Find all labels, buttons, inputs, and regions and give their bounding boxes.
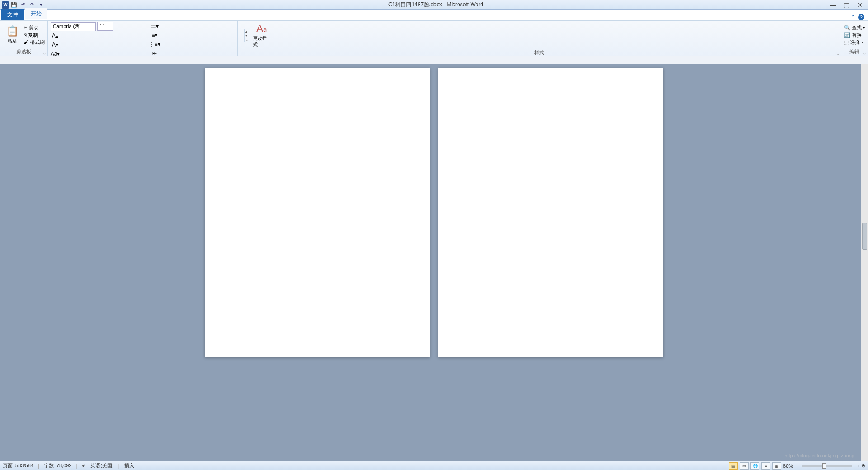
- select-icon: ⬚: [844, 39, 849, 45]
- group-label-clipboard: 剪贴板: [3, 48, 45, 56]
- paste-label: 粘贴: [8, 38, 17, 44]
- word-icon[interactable]: W: [2, 1, 9, 9]
- window-title: C1科目四1487题.docx - Microsoft Word: [45, 1, 826, 9]
- gallery-scroll[interactable]: ▴▾⌄: [244, 29, 250, 42]
- group-editing: 🔍查找▾ 🔄替换 ⬚选择▾ 编辑: [841, 21, 868, 56]
- replace-icon: 🔄: [844, 32, 850, 38]
- shrink-font-button[interactable]: A▾: [51, 40, 60, 49]
- find-button[interactable]: 🔍查找▾: [844, 24, 865, 31]
- redo-button[interactable]: ↷: [28, 1, 36, 9]
- tab-开始[interactable]: 开始: [25, 8, 47, 20]
- group-label-editing: 编辑: [844, 48, 865, 56]
- font-name-input[interactable]: [51, 22, 96, 31]
- minimize-button[interactable]: —: [826, 1, 839, 9]
- undo-button[interactable]: ↶: [19, 1, 27, 9]
- cut-icon: ✂: [24, 25, 28, 31]
- grow-font-button[interactable]: A▴: [51, 31, 60, 40]
- format-painter-button[interactable]: 🖌格式刷: [24, 39, 45, 46]
- group-font: A▴ A▾ Aa▾ 變 ⌫ A B I U▾ abc x₂ x² A▾ abc▾…: [48, 21, 147, 56]
- minimize-ribbon-icon[interactable]: ⌃: [851, 14, 855, 20]
- numbering-button[interactable]: ≡▾: [150, 31, 159, 40]
- font-size-input[interactable]: [97, 22, 113, 31]
- select-button[interactable]: ⬚选择▾: [844, 39, 865, 46]
- tab-file[interactable]: 文件: [1, 9, 24, 20]
- group-label-styles: 样式: [241, 49, 838, 56]
- copy-icon: ⎘: [24, 32, 27, 38]
- ribbon-tabs: 文件 开始 ⌃ ?: [0, 10, 868, 21]
- replace-button[interactable]: 🔄替换: [844, 32, 865, 38]
- find-icon: 🔍: [844, 25, 850, 31]
- help-icon[interactable]: ?: [858, 14, 864, 20]
- qat-customize[interactable]: ▾: [37, 1, 45, 9]
- paste-button[interactable]: 📋 粘贴: [3, 24, 22, 45]
- maximize-button[interactable]: ▢: [840, 1, 853, 9]
- group-clipboard: 📋 粘贴 ✂剪切 ⎘复制 🖌格式刷 剪贴板: [0, 21, 48, 56]
- ribbon: 📋 粘贴 ✂剪切 ⎘复制 🖌格式刷 剪贴板 A▴ A▾ Aa▾ 變 ⌫ A: [0, 21, 868, 56]
- style-gallery: [241, 34, 242, 36]
- copy-button[interactable]: ⎘复制: [24, 32, 45, 38]
- window-controls: — ▢ ✕: [826, 1, 866, 9]
- change-styles-icon: Aₐ: [256, 23, 267, 34]
- group-paragraph: ☰▾ ≡▾ ⋮≡▾ ⇤ ⇥ ✕▾ A↓ ¶ ≡ ≡ ≡ ≡ ≣ ↕≡▾ ◧▾ ⊞…: [147, 21, 238, 56]
- change-styles-button[interactable]: Aₐ 更改样式: [252, 22, 271, 49]
- multilevel-list-button[interactable]: ⋮≡▾: [150, 40, 159, 49]
- bullets-button[interactable]: ☰▾: [150, 22, 159, 31]
- quick-access-toolbar: W 💾 ↶ ↷ ▾: [2, 1, 45, 9]
- horizontal-ruler[interactable]: [0, 56, 868, 64]
- save-button[interactable]: 💾: [10, 1, 18, 9]
- paste-icon: 📋: [6, 25, 19, 37]
- title-bar: W 💾 ↶ ↷ ▾ C1科目四1487题.docx - Microsoft Wo…: [0, 0, 868, 10]
- brush-icon: 🖌: [24, 39, 28, 45]
- cut-button[interactable]: ✂剪切: [24, 24, 45, 31]
- group-styles: ▴▾⌄ Aₐ 更改样式 样式: [238, 21, 841, 56]
- close-button[interactable]: ✕: [854, 1, 866, 9]
